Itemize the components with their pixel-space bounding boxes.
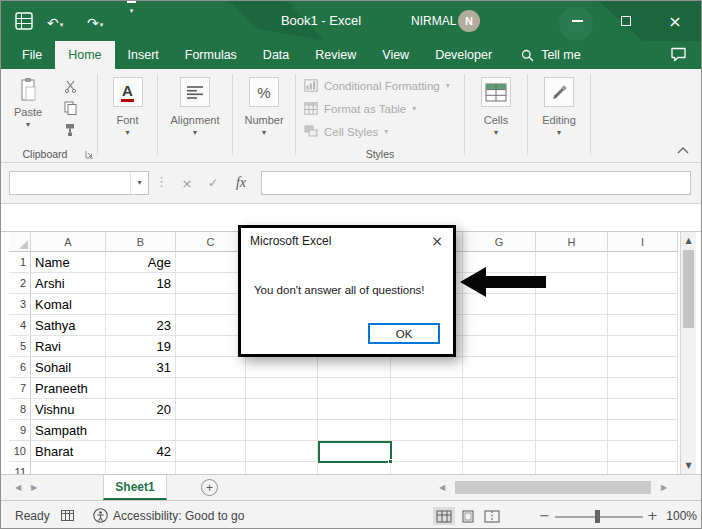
tab-home[interactable]: Home [55,41,114,69]
font-group-button[interactable]: A Font ▾ [98,69,157,163]
cell[interactable] [106,420,176,440]
cell[interactable]: Sampath [31,420,106,440]
format-as-table-button[interactable]: Format as Table ▾ [304,102,416,115]
cell[interactable]: Sohail [31,357,106,377]
insert-function-button[interactable]: fx [229,171,253,195]
formula-bar-grip-icon[interactable]: ⋮ [155,174,168,189]
cell[interactable]: 19 [106,336,176,356]
cell[interactable]: Name [31,252,106,272]
hscroll-left-icon[interactable]: ◀ [439,483,445,492]
collapse-ribbon-button[interactable] [677,147,689,154]
row-header[interactable]: 3 [9,294,31,314]
sheet-nav-right-icon[interactable]: ▶ [31,483,37,492]
normal-view-button[interactable] [433,507,455,525]
zoom-level-label[interactable]: 100% [659,509,697,523]
add-sheet-button[interactable]: + [201,479,218,496]
scroll-down-icon[interactable]: ▼ [681,461,696,470]
cell[interactable]: 23 [106,315,176,335]
cell[interactable] [106,294,176,314]
column-header[interactable]: C [176,232,246,252]
scroll-up-icon[interactable]: ▲ [681,236,696,245]
cell[interactable]: Vishnu [31,399,106,419]
cell[interactable]: Praneeth [31,378,106,398]
cell[interactable]: Age [106,252,176,272]
column-header[interactable]: I [608,232,678,252]
vertical-scrollbar-thumb[interactable] [683,250,694,328]
dialog-title-bar[interactable]: Microsoft Excel × [241,228,453,254]
zoom-in-button[interactable]: + [647,508,658,523]
cell[interactable] [106,462,176,474]
cell[interactable]: 31 [106,357,176,377]
cell[interactable]: Ravi [31,336,106,356]
cell[interactable]: Sathya [31,315,106,335]
cell[interactable]: 20 [106,399,176,419]
zoom-out-button[interactable]: − [539,508,550,523]
selected-cell[interactable] [318,441,392,463]
row-header[interactable]: 6 [9,357,31,377]
tab-view[interactable]: View [369,41,422,69]
dialog-launcher-icon[interactable] [85,150,94,159]
row-header[interactable]: 8 [9,399,31,419]
cell[interactable]: 18 [106,273,176,293]
cell[interactable] [31,462,106,474]
tab-insert[interactable]: Insert [115,41,172,69]
undo-button[interactable]: ↶ ▾ [47,1,63,41]
account-user-name[interactable]: NIRMAL [411,14,456,28]
row-header[interactable]: 4 [9,315,31,335]
minimize-button[interactable] [553,1,601,41]
dialog-close-button[interactable]: × [421,228,453,254]
maximize-button[interactable] [602,1,650,41]
page-break-preview-button[interactable] [481,507,503,525]
tell-me-box[interactable]: Tell me [521,41,581,69]
tab-formulas[interactable]: Formulas [172,41,250,69]
sheet-nav-left-icon[interactable]: ◀ [15,483,21,492]
name-box[interactable]: ▾ [9,171,149,195]
tab-data[interactable]: Data [250,41,302,69]
cell[interactable]: Komal [31,294,106,314]
number-group-button[interactable]: % Number ▾ [233,69,295,163]
tab-developer[interactable]: Developer [422,41,505,69]
horizontal-scrollbar-thumb[interactable] [455,481,651,494]
column-header[interactable]: H [536,232,608,252]
tab-review[interactable]: Review [302,41,369,69]
cell-styles-button[interactable]: Cell Styles ▾ [304,125,388,138]
row-header[interactable]: 10 [9,441,31,461]
row-header[interactable]: 11 [9,462,31,474]
editing-group-button[interactable]: Editing ▾ [528,69,590,163]
cancel-button[interactable]: × [175,171,199,195]
cell[interactable] [106,378,176,398]
row-header[interactable]: 7 [9,378,31,398]
cut-button[interactable] [57,77,83,95]
sheet-tab-sheet1[interactable]: Sheet1 [103,475,167,500]
comments-button[interactable] [670,47,687,62]
customize-quick-access-toolbar-button[interactable]: ▾ [127,1,136,41]
hscroll-right-icon[interactable]: ▶ [661,483,667,492]
close-window-button[interactable]: × [651,1,699,41]
alignment-group-button[interactable]: Alignment ▾ [158,69,232,163]
select-all-button[interactable] [9,232,31,252]
row-header[interactable]: 2 [9,273,31,293]
accessibility-status-label[interactable]: Accessibility: Good to go [113,509,244,523]
column-header[interactable]: G [463,232,536,252]
accessibility-icon[interactable] [93,508,108,523]
fill-handle[interactable] [388,459,393,464]
paste-button[interactable]: Paste ▾ [5,73,51,145]
row-header[interactable]: 5 [9,336,31,356]
redo-button[interactable]: ↷ ▾ [87,1,103,41]
row-header[interactable]: 9 [9,420,31,440]
vertical-scrollbar[interactable]: ▲ ▼ [680,232,696,474]
zoom-slider-thumb[interactable] [595,510,600,523]
name-box-dropdown-button[interactable]: ▾ [130,172,148,194]
macro-record-button[interactable] [61,510,74,521]
tab-file[interactable]: File [9,41,55,69]
conditional-formatting-button[interactable]: Conditional Formatting ▾ [304,79,450,92]
cell[interactable]: 42 [106,441,176,461]
format-painter-button[interactable] [57,121,83,139]
formula-input[interactable] [261,171,691,195]
avatar[interactable]: N [458,10,480,32]
column-header[interactable]: A [31,232,106,252]
cells-group-button[interactable]: Cells ▾ [465,69,527,163]
row-header[interactable]: 1 [9,252,31,272]
cell[interactable]: Arshi [31,273,106,293]
page-layout-view-button[interactable] [457,507,479,525]
